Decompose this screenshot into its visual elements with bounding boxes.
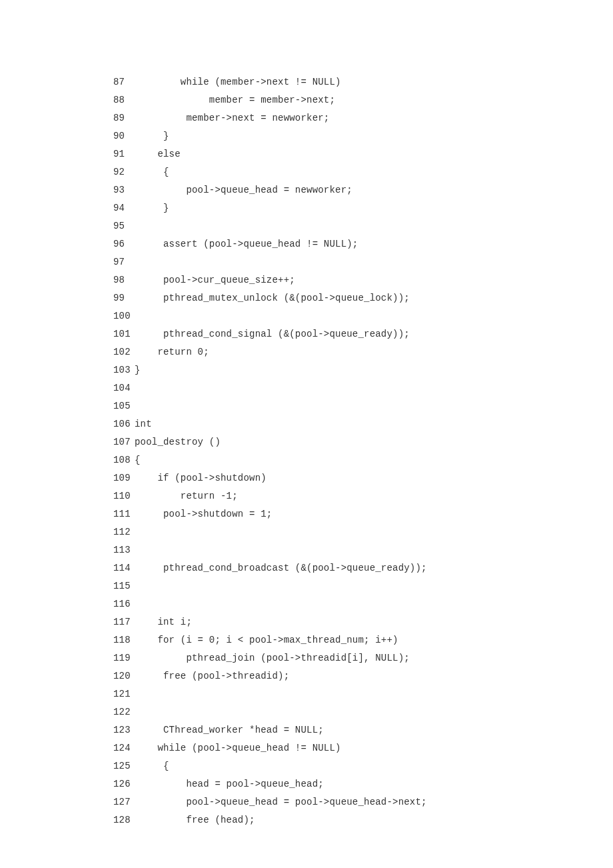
line-number: 107: [113, 433, 135, 451]
code-line: 112: [113, 523, 500, 541]
line-number: 110: [113, 487, 135, 505]
code-line: 121: [113, 685, 500, 703]
line-number: 126: [113, 775, 135, 793]
line-number: 89: [113, 109, 135, 127]
code-line: 94 }: [113, 199, 500, 217]
line-number: 120: [113, 667, 135, 685]
line-number: 121: [113, 685, 135, 703]
code-line: 119 pthread_join (pool->threadid[i], NUL…: [113, 649, 500, 667]
code-text: pool->queue_head = newworker;: [135, 181, 352, 199]
line-number: 111: [113, 505, 135, 523]
code-text: pthread_mutex_unlock (&(pool->queue_lock…: [135, 289, 410, 307]
code-line: 116: [113, 595, 500, 613]
line-number: 118: [113, 631, 135, 649]
code-container: 87 while (member->next != NULL)88 member…: [0, 0, 613, 829]
line-number: 116: [113, 595, 135, 613]
line-number: 112: [113, 523, 135, 541]
line-number: 117: [113, 613, 135, 631]
line-number: 87: [113, 73, 135, 91]
line-number: 128: [113, 811, 135, 829]
line-number: 106: [113, 415, 135, 433]
code-text: member->next = newworker;: [135, 109, 329, 127]
line-number: 94: [113, 199, 135, 217]
code-line: 128 free (head);: [113, 811, 500, 829]
code-line: 88 member = member->next;: [113, 91, 500, 109]
code-line: 117 int i;: [113, 613, 500, 631]
code-text: CThread_worker *head = NULL;: [135, 721, 324, 739]
line-number: 95: [113, 217, 135, 235]
code-text: assert (pool->queue_head != NULL);: [135, 235, 358, 253]
code-line: 107pool_destroy (): [113, 433, 500, 451]
code-line: 95: [113, 217, 500, 235]
line-number: 96: [113, 235, 135, 253]
line-number: 103: [113, 361, 135, 379]
code-text: {: [135, 163, 169, 181]
line-number: 99: [113, 289, 135, 307]
line-number: 104: [113, 379, 135, 397]
code-line: 103}: [113, 361, 500, 379]
code-text: pool->queue_head = pool->queue_head->nex…: [135, 793, 427, 811]
code-line: 99 pthread_mutex_unlock (&(pool->queue_l…: [113, 289, 500, 307]
code-line: 114 pthread_cond_broadcast (&(pool->queu…: [113, 559, 500, 577]
line-number: 124: [113, 739, 135, 757]
code-line: 115: [113, 577, 500, 595]
line-number: 114: [113, 559, 135, 577]
line-number: 108: [113, 451, 135, 469]
code-line: 90 }: [113, 127, 500, 145]
code-text: else: [135, 145, 181, 163]
code-line: 100: [113, 307, 500, 325]
code-text: pthread_join (pool->threadid[i], NULL);: [135, 649, 410, 667]
code-text: while (member->next != NULL): [135, 73, 341, 91]
line-number: 100: [113, 307, 135, 325]
line-number: 88: [113, 91, 135, 109]
code-line: 105: [113, 397, 500, 415]
code-line: 110 return -1;: [113, 487, 500, 505]
line-number: 122: [113, 703, 135, 721]
line-number: 105: [113, 397, 135, 415]
line-number: 97: [113, 253, 135, 271]
line-number: 102: [113, 343, 135, 361]
line-number: 92: [113, 163, 135, 181]
line-number: 125: [113, 757, 135, 775]
code-line: 124 while (pool->queue_head != NULL): [113, 739, 500, 757]
code-line: 118 for (i = 0; i < pool->max_thread_num…: [113, 631, 500, 649]
code-line: 98 pool->cur_queue_size++;: [113, 271, 500, 289]
code-text: member = member->next;: [135, 91, 335, 109]
code-text: }: [135, 127, 169, 145]
code-line: 104: [113, 379, 500, 397]
code-line: 91 else: [113, 145, 500, 163]
code-line: 96 assert (pool->queue_head != NULL);: [113, 235, 500, 253]
code-line: 92 {: [113, 163, 500, 181]
code-line: 87 while (member->next != NULL): [113, 73, 500, 91]
code-line: 127 pool->queue_head = pool->queue_head-…: [113, 793, 500, 811]
code-line: 102 return 0;: [113, 343, 500, 361]
line-number: 113: [113, 541, 135, 559]
code-line: 108{: [113, 451, 500, 469]
code-text: pthread_cond_broadcast (&(pool->queue_re…: [135, 559, 427, 577]
line-number: 93: [113, 181, 135, 199]
code-line: 93 pool->queue_head = newworker;: [113, 181, 500, 199]
code-text: {: [135, 451, 141, 469]
code-text: for (i = 0; i < pool->max_thread_num; i+…: [135, 631, 398, 649]
code-text: free (pool->threadid);: [135, 667, 289, 685]
code-text: }: [135, 361, 141, 379]
line-number: 90: [113, 127, 135, 145]
line-number: 98: [113, 271, 135, 289]
line-number: 101: [113, 325, 135, 343]
code-line: 113: [113, 541, 500, 559]
code-text: pool_destroy (): [135, 433, 221, 451]
code-line: 126 head = pool->queue_head;: [113, 775, 500, 793]
code-text: head = pool->queue_head;: [135, 775, 324, 793]
code-text: pool->shutdown = 1;: [135, 505, 272, 523]
code-line: 120 free (pool->threadid);: [113, 667, 500, 685]
code-line: 109 if (pool->shutdown): [113, 469, 500, 487]
code-text: pthread_cond_signal (&(pool->queue_ready…: [135, 325, 410, 343]
code-line: 106int: [113, 415, 500, 433]
line-number: 123: [113, 721, 135, 739]
code-text: int: [135, 415, 152, 433]
code-line: 123 CThread_worker *head = NULL;: [113, 721, 500, 739]
code-text: }: [135, 199, 169, 217]
code-text: free (head);: [135, 811, 255, 829]
code-line: 111 pool->shutdown = 1;: [113, 505, 500, 523]
code-line: 125 {: [113, 757, 500, 775]
